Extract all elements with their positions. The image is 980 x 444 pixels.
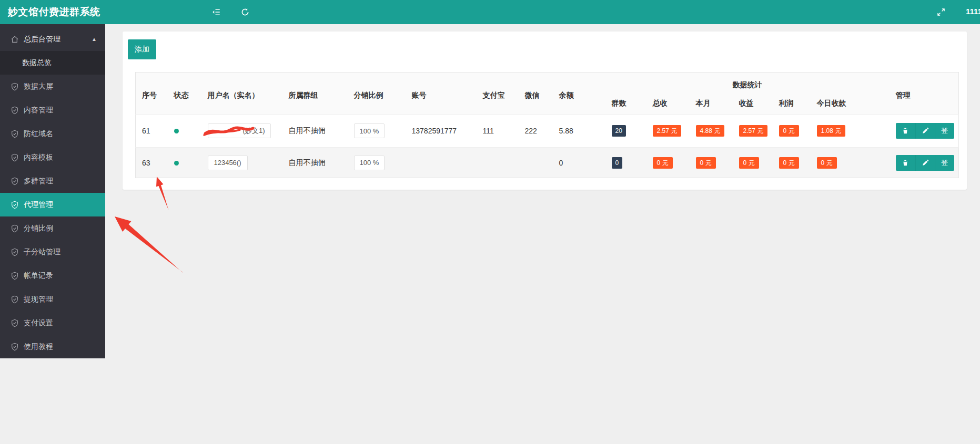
- sidebar-item-label: 提现管理: [24, 295, 53, 304]
- shield-check-icon: [11, 106, 19, 115]
- sidebar-item-label: 支付设置: [24, 318, 53, 328]
- col-header-today: 今日收款: [811, 94, 890, 115]
- shield-check-icon: [11, 224, 19, 233]
- status-dot: [174, 161, 179, 166]
- home-icon: [11, 35, 19, 44]
- sidebar-item-label: 使用教程: [24, 342, 53, 352]
- col-header-income: 收益: [733, 94, 773, 115]
- edit-button[interactable]: [915, 155, 935, 171]
- col-header-group: 所属群组: [282, 73, 348, 115]
- sidebar-item-distribution-ratio[interactable]: 分销比例: [0, 216, 105, 240]
- sidebar-nav: 总后台管理 ▲ 数据总览 数据大屏 内容管理 防红域名 内容模板 多群管理 代理…: [0, 24, 105, 358]
- row-actions: 登: [896, 155, 954, 171]
- chevron-up-icon: ▲: [92, 36, 97, 42]
- today-badge: 1.08 元: [817, 125, 846, 137]
- sidebar-item-label: 子分站管理: [24, 247, 60, 257]
- username-box[interactable]: 123456(): [208, 156, 248, 170]
- sidebar-group-admin[interactable]: 总后台管理 ▲: [0, 27, 105, 51]
- col-group-stats: 数据统计: [605, 73, 890, 94]
- delete-button[interactable]: [896, 123, 915, 139]
- month-badge: 0 元: [696, 157, 716, 169]
- ratio-input[interactable]: 100 %: [354, 123, 385, 138]
- delete-button[interactable]: [896, 155, 915, 171]
- sidebar-item-payment-settings[interactable]: 支付设置: [0, 311, 105, 335]
- login-as-button[interactable]: 登: [935, 155, 954, 171]
- cell-balance: 5.88: [553, 115, 605, 148]
- trash-icon: [902, 159, 909, 167]
- shield-check-icon: [11, 272, 19, 280]
- income-badge: 2.57 元: [739, 125, 768, 137]
- sidebar-item-label: 数据大屏: [24, 82, 53, 91]
- shield-check-icon: [11, 343, 19, 351]
- profit-badge: 0 元: [779, 157, 799, 169]
- menu-collapse-icon[interactable]: [210, 6, 222, 18]
- sidebar-item-tutorial[interactable]: 使用教程: [0, 335, 105, 358]
- total-badge: 2.57 元: [653, 125, 682, 137]
- login-as-button[interactable]: 登: [935, 123, 954, 139]
- pencil-icon: [922, 159, 929, 167]
- cell-group: 自用不抽佣: [282, 148, 348, 178]
- sidebar-item-label: 防红域名: [24, 129, 53, 139]
- shield-check-icon: [11, 177, 19, 185]
- agent-table-card: 添加 序号 状态 用户名（实名） 所属群组 分销比例 账号 支付宝 微信: [123, 32, 967, 190]
- col-header-month: 本月: [690, 94, 733, 115]
- app-title: 妙文馆付费进群系统: [0, 5, 100, 19]
- sidebar-item-data-overview[interactable]: 数据总览: [0, 51, 105, 75]
- cell-alipay: 111: [477, 115, 519, 148]
- col-header-username: 用户名（实名）: [201, 73, 282, 115]
- col-header-profit: 利润: [773, 94, 811, 115]
- total-badge: 0 元: [653, 157, 673, 169]
- sidebar-item-multi-group[interactable]: 多群管理: [0, 169, 105, 193]
- current-user[interactable]: 1111: [966, 7, 980, 16]
- profit-badge: 0 元: [779, 125, 799, 137]
- edit-button[interactable]: [915, 123, 935, 139]
- add-button[interactable]: 添加: [128, 39, 156, 59]
- status-dot: [174, 129, 179, 133]
- sidebar-item-label: 内容模板: [24, 153, 53, 162]
- sidebar-item-bill-records[interactable]: 帐单记录: [0, 264, 105, 287]
- cell-balance: 0: [553, 148, 605, 178]
- sidebar-item-substation-mgmt[interactable]: 子分站管理: [0, 240, 105, 264]
- groups-badge: 0: [612, 157, 623, 169]
- refresh-icon[interactable]: [239, 6, 251, 18]
- row-actions: 登: [896, 123, 954, 139]
- shield-check-icon: [11, 248, 19, 256]
- col-header-account: 账号: [406, 73, 477, 115]
- col-header-status: 状态: [168, 73, 201, 115]
- shield-check-icon: [11, 295, 19, 304]
- ratio-input[interactable]: 100 %: [354, 156, 385, 170]
- col-header-ratio: 分销比例: [348, 73, 406, 115]
- sidebar-item-label: 代理管理: [24, 200, 53, 210]
- cell-account: 13782591777: [406, 115, 477, 148]
- fullscreen-icon[interactable]: [935, 6, 947, 18]
- table-row: 61 (妙文1) 自用不抽佣 100 % 13782591777: [136, 115, 959, 148]
- shield-check-icon: [11, 153, 19, 162]
- username-box[interactable]: (妙文1): [208, 123, 271, 138]
- col-header-total: 总收: [646, 94, 690, 115]
- sidebar-item-antired-domain[interactable]: 防红域名: [0, 122, 105, 146]
- shield-check-icon: [11, 130, 19, 138]
- month-badge: 4.88 元: [696, 125, 725, 137]
- sidebar-item-data-screen[interactable]: 数据大屏: [0, 75, 105, 98]
- username-text: 123456(): [214, 159, 241, 167]
- income-badge: 0 元: [739, 157, 759, 169]
- cell-group: 自用不抽佣: [282, 115, 348, 148]
- cell-account: [406, 148, 477, 178]
- sidebar-item-withdraw-mgmt[interactable]: 提现管理: [0, 287, 105, 311]
- sidebar-item-agent-mgmt[interactable]: 代理管理: [0, 193, 105, 216]
- agent-table: 序号 状态 用户名（实名） 所属群组 分销比例 账号 支付宝 微信 余额 数据统…: [135, 72, 959, 178]
- col-header-groups: 群数: [605, 94, 646, 115]
- sidebar-item-content-mgmt[interactable]: 内容管理: [0, 98, 105, 122]
- col-header-manage: 管理: [890, 73, 959, 115]
- sidebar-item-content-template[interactable]: 内容模板: [0, 146, 105, 169]
- app-header: 妙文馆付费进群系统 1111: [0, 0, 980, 24]
- today-badge: 0 元: [817, 157, 837, 169]
- sidebar-group-label: 总后台管理: [24, 35, 60, 44]
- sidebar-item-label: 帐单记录: [24, 271, 53, 281]
- cell-wechat: 222: [519, 115, 553, 148]
- red-arrow-large: [115, 216, 183, 273]
- username-text: (妙文1): [243, 126, 265, 136]
- cell-no: 63: [136, 148, 168, 178]
- cell-no: 61: [136, 115, 168, 148]
- sidebar-item-label: 分销比例: [24, 224, 53, 233]
